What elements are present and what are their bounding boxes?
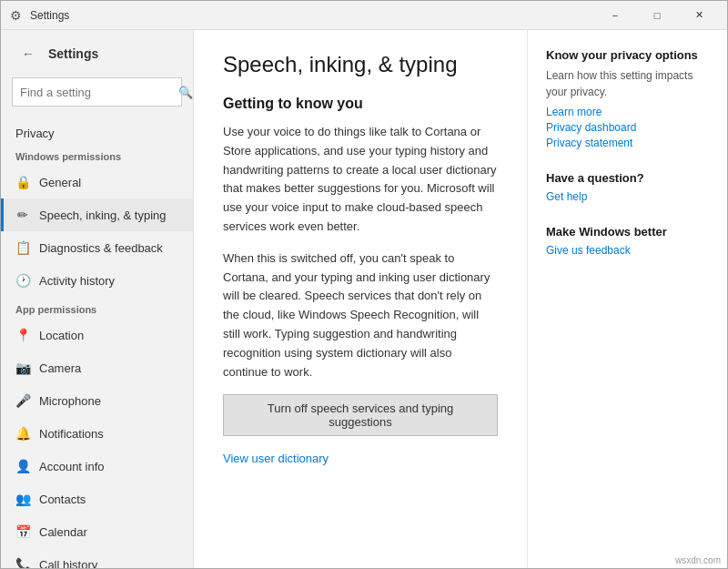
content-body-1: Use your voice to do things like talk to… [223,123,498,237]
give-feedback-link[interactable]: Give us feedback [546,244,709,257]
sidebar-item-label: Microphone [39,394,101,408]
call-icon: 📞 [15,557,30,569]
sidebar-item-camera[interactable]: 📷 Camera [1,351,193,384]
lock-icon: 🔒 [15,175,30,189]
privacy-dashboard-link[interactable]: Privacy dashboard [546,121,709,134]
windows-permissions-label: Windows permissions [1,144,193,166]
titlebar-controls: − □ ✕ [594,1,720,30]
learn-more-link[interactable]: Learn more [546,106,709,118]
sidebar-item-activity[interactable]: 🕐 Activity history [1,264,193,297]
sidebar-item-label: Notifications [39,427,104,441]
sidebar-item-microphone[interactable]: 🎤 Microphone [1,384,193,417]
maximize-button[interactable]: □ [636,1,678,30]
sidebar: ← Settings 🔍 Privacy Windows permissions… [1,30,194,569]
right-panel-question-title: Have a question? [546,171,709,185]
sidebar-item-label: Speech, inking, & typing [39,208,166,222]
speech-icon: ✏ [15,208,30,222]
view-dictionary-link[interactable]: View user dictionary [223,452,329,465]
camera-icon: 📷 [15,361,30,375]
toggle-speech-button[interactable]: Turn off speech services and typing sugg… [223,394,498,436]
activity-icon: 🕐 [15,273,30,288]
diagnostics-icon: 📋 [15,240,30,255]
back-button[interactable]: ← [15,41,41,66]
page-title: Speech, inking, & typing [223,52,498,77]
main-content: Speech, inking, & typing Getting to know… [194,30,527,569]
app-permissions-label: App permissions [1,297,193,319]
sidebar-item-diagnostics[interactable]: 📋 Diagnostics & feedback [1,231,193,264]
sidebar-item-label: Calendar [39,525,87,539]
sidebar-item-label: Diagnostics & feedback [39,241,163,255]
right-panel-feedback-section: Make Windows better Give us feedback [546,225,709,257]
account-icon: 👤 [15,459,30,473]
sidebar-item-label: Location [39,329,84,342]
microphone-icon: 🎤 [15,393,30,408]
calendar-icon: 📅 [15,524,30,539]
contacts-icon: 👥 [15,492,30,506]
right-panel: Know your privacy options Learn how this… [527,30,727,569]
privacy-label: Privacy [1,117,193,144]
titlebar-left: ⚙ Settings [8,8,69,23]
sidebar-item-call-history[interactable]: 📞 Call history [1,548,193,569]
sidebar-item-calendar[interactable]: 📅 Calendar [1,515,193,548]
notifications-icon: 🔔 [15,426,30,441]
sidebar-item-contacts[interactable]: 👥 Contacts [1,483,193,515]
location-icon: 📍 [15,328,30,342]
privacy-statement-link[interactable]: Privacy statement [546,137,709,149]
sidebar-item-speech[interactable]: ✏ Speech, inking, & typing [1,198,193,231]
right-panel-privacy-title: Know your privacy options [546,48,709,62]
sidebar-item-general[interactable]: 🔒 General [1,166,193,198]
search-box: 🔍 [12,77,182,107]
watermark: wsxdn.com [675,555,721,565]
titlebar-title: Settings [30,9,69,22]
right-panel-feedback-title: Make Windows better [546,225,709,239]
sidebar-item-account-info[interactable]: 👤 Account info [1,450,193,483]
content-body-2: When this is switched off, you can't spe… [223,249,498,382]
search-input[interactable] [20,86,173,99]
sidebar-item-location[interactable]: 📍 Location [1,319,193,351]
right-panel-question-section: Have a question? Get help [546,171,709,203]
titlebar: ⚙ Settings − □ ✕ [1,1,727,30]
sidebar-item-label: Activity history [39,274,115,288]
get-help-link[interactable]: Get help [546,190,709,203]
sidebar-nav-header: ← Settings [1,30,193,74]
sidebar-item-label: General [39,176,81,189]
search-icon: 🔍 [178,86,193,99]
sidebar-item-notifications[interactable]: 🔔 Notifications [1,417,193,450]
app-body: ← Settings 🔍 Privacy Windows permissions… [1,30,727,569]
sidebar-app-title: Settings [48,46,98,61]
right-panel-privacy-body: Learn how this setting impacts your priv… [546,67,709,100]
close-button[interactable]: ✕ [678,1,720,30]
content-subtitle: Getting to know you [223,96,498,112]
sidebar-item-label: Camera [39,361,81,375]
sidebar-item-label: Contacts [39,493,86,506]
right-panel-privacy-section: Know your privacy options Learn how this… [546,48,709,149]
sidebar-item-label: Call history [39,558,97,570]
sidebar-item-label: Account info [39,460,105,473]
settings-icon: ⚙ [8,8,23,23]
minimize-button[interactable]: − [594,1,636,30]
